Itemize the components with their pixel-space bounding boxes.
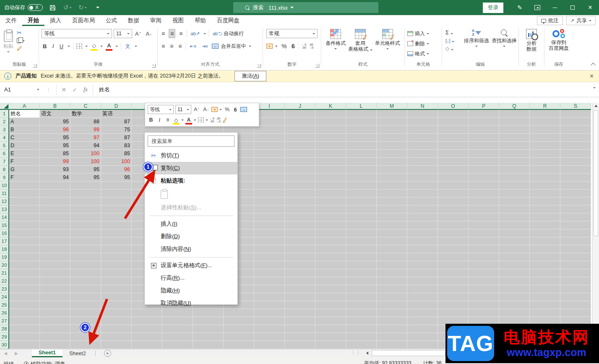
merge-center-button[interactable]: 合并后居中 (221, 43, 246, 50)
cell-L14[interactable] (346, 213, 377, 221)
cell-I28[interactable] (254, 325, 285, 333)
cell-N25[interactable] (407, 301, 438, 309)
menu-item-copy[interactable]: 复制(C) (145, 162, 237, 174)
cell-S24[interactable] (560, 293, 591, 301)
cell-A22[interactable] (9, 277, 40, 285)
cell-H26[interactable] (224, 309, 254, 317)
cell-R26[interactable] (530, 309, 560, 317)
cell-N3[interactable] (407, 126, 438, 134)
cell-B23[interactable] (40, 285, 70, 293)
login-button[interactable]: 登录 (483, 3, 503, 13)
cell-I6[interactable] (254, 150, 285, 158)
cell-L10[interactable] (346, 182, 377, 190)
cell-L9[interactable] (346, 174, 377, 182)
cell-C21[interactable] (70, 269, 101, 277)
cell-J17[interactable] (285, 237, 315, 245)
cell-P7[interactable] (469, 158, 499, 166)
row-header-30[interactable]: 30 (0, 341, 9, 349)
row-header-24[interactable]: 24 (0, 293, 9, 301)
cell-I9[interactable] (254, 174, 285, 182)
cell-J11[interactable] (285, 190, 315, 198)
cell-F28[interactable] (162, 325, 193, 333)
cell-B15[interactable] (40, 221, 70, 229)
formula-bar-expand-icon[interactable] (593, 87, 596, 88)
cell-B3[interactable]: 96 (40, 126, 70, 134)
menu-item-unhide[interactable]: 取消隐藏(U) (145, 297, 237, 309)
row-header-16[interactable]: 16 (0, 229, 9, 237)
tab-文件[interactable]: 文件 (0, 15, 22, 26)
cell-K10[interactable] (315, 182, 346, 190)
tab-视图[interactable]: 视图 (167, 15, 189, 26)
cell-I13[interactable] (254, 205, 285, 213)
number-dialog-launcher[interactable]: ↘ (315, 64, 319, 68)
align-top-button[interactable]: ≡ (160, 29, 166, 38)
cell-P23[interactable] (469, 285, 499, 293)
cell-M17[interactable] (377, 237, 407, 245)
cell-R20[interactable] (530, 261, 560, 269)
quick-access-customize-button[interactable] (92, 2, 103, 13)
cell-O17[interactable] (438, 237, 469, 245)
cell-P10[interactable] (469, 182, 499, 190)
cell-M27[interactable] (377, 317, 407, 325)
cell-Q8[interactable] (499, 166, 530, 174)
cell-C7[interactable]: 100 (70, 158, 101, 166)
sheet-nav-prev-icon[interactable]: ◀ (0, 349, 11, 357)
number-format-combo[interactable]: 常规 (266, 29, 318, 38)
cell-I20[interactable] (254, 261, 285, 269)
cell-G27[interactable] (193, 317, 224, 325)
cell-K26[interactable] (315, 309, 346, 317)
cell-E27[interactable] (132, 317, 162, 325)
cell-J13[interactable] (285, 205, 315, 213)
cell-A18[interactable] (9, 245, 40, 253)
cell-M18[interactable] (377, 245, 407, 253)
column-header-D[interactable]: D (101, 103, 132, 110)
mini-format-painter-button[interactable]: 🖉 (221, 116, 228, 124)
cell-M28[interactable] (377, 325, 407, 333)
menu-item-paste-preview[interactable] (145, 187, 237, 201)
cell-O5[interactable] (438, 142, 469, 150)
column-header-B[interactable]: B (40, 103, 70, 110)
cell-R8[interactable] (530, 166, 560, 174)
cell-M2[interactable] (377, 118, 407, 126)
cell-O20[interactable] (438, 261, 469, 269)
cell-C18[interactable] (70, 245, 101, 253)
cell-I10[interactable] (254, 182, 285, 190)
cell-P12[interactable] (469, 198, 499, 205)
close-button[interactable]: × (581, 0, 599, 15)
cell-P21[interactable] (469, 269, 499, 277)
cell-I3[interactable] (254, 126, 285, 134)
sort-filter-button[interactable]: AZ 排序和筛选 (464, 26, 489, 62)
row-header-25[interactable]: 25 (0, 301, 9, 309)
cell-P5[interactable] (469, 142, 499, 150)
menu-search-input[interactable] (148, 135, 234, 147)
row-header-2[interactable]: 2 (0, 118, 9, 126)
row-header-13[interactable]: 13 (0, 205, 9, 213)
cell-S26[interactable] (560, 309, 591, 317)
cell-I23[interactable] (254, 285, 285, 293)
cell-S3[interactable] (560, 126, 591, 134)
cell-I29[interactable] (254, 333, 285, 341)
cell-K22[interactable] (315, 277, 346, 285)
cell-M15[interactable] (377, 221, 407, 229)
maximize-button[interactable] (564, 0, 581, 15)
cell-A1[interactable]: 姓名 (9, 110, 40, 118)
tab-页面布局[interactable]: 页面布局 (67, 15, 100, 26)
row-header-8[interactable]: 8 (0, 166, 9, 174)
cell-L12[interactable] (346, 198, 377, 205)
cell-R19[interactable] (530, 253, 560, 261)
cell-S11[interactable] (560, 190, 591, 198)
formula-content[interactable]: 姓名 (99, 86, 110, 94)
cell-F29[interactable] (162, 333, 193, 341)
cell-K21[interactable] (315, 269, 346, 277)
conditional-formatting-button[interactable]: 条件格式 (326, 26, 346, 62)
cell-P8[interactable] (469, 166, 499, 174)
cell-L18[interactable] (346, 245, 377, 253)
cell-C2[interactable]: 88 (70, 118, 101, 126)
row-header-19[interactable]: 19 (0, 253, 9, 261)
cell-S8[interactable] (560, 166, 591, 174)
cell-D29[interactable] (101, 333, 132, 341)
cell-N29[interactable] (407, 333, 438, 341)
cell-S9[interactable] (560, 174, 591, 182)
cell-R5[interactable] (530, 142, 560, 150)
copy-button[interactable] (17, 38, 25, 43)
